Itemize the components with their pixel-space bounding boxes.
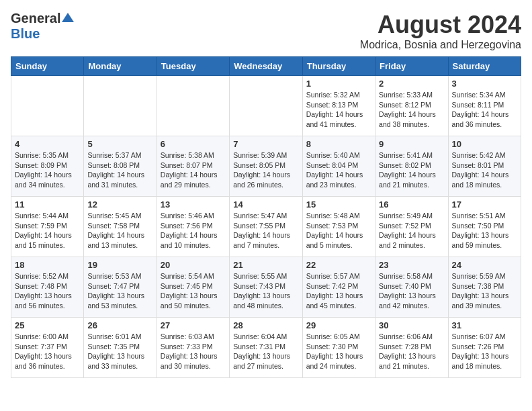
logo: General Blue	[11, 11, 74, 42]
calendar-week-row: 4Sunrise: 5:35 AM Sunset: 8:09 PM Daylig…	[11, 136, 521, 197]
calendar-cell: 23Sunrise: 5:58 AM Sunset: 7:40 PM Dayli…	[375, 257, 448, 318]
day-number: 12	[87, 199, 152, 210]
calendar-week-row: 1Sunrise: 5:32 AM Sunset: 8:13 PM Daylig…	[11, 76, 521, 136]
logo-blue-text: Blue	[11, 26, 40, 41]
calendar-cell: 15Sunrise: 5:48 AM Sunset: 7:53 PM Dayli…	[302, 197, 375, 257]
calendar-cell: 18Sunrise: 5:52 AM Sunset: 7:48 PM Dayli…	[11, 257, 84, 318]
day-number: 25	[15, 320, 80, 330]
day-info: Sunrise: 5:58 AM Sunset: 7:40 PM Dayligh…	[379, 271, 444, 311]
calendar-week-row: 25Sunrise: 6:00 AM Sunset: 7:37 PM Dayli…	[11, 318, 521, 378]
day-info: Sunrise: 5:47 AM Sunset: 7:55 PM Dayligh…	[233, 211, 298, 250]
calendar-cell: 10Sunrise: 5:42 AM Sunset: 8:01 PM Dayli…	[448, 136, 521, 197]
day-info: Sunrise: 5:48 AM Sunset: 7:53 PM Dayligh…	[306, 211, 371, 250]
day-number: 30	[379, 320, 444, 330]
logo-general-text: General	[11, 11, 60, 26]
day-info: Sunrise: 5:41 AM Sunset: 8:02 PM Dayligh…	[379, 150, 444, 190]
day-number: 13	[161, 199, 226, 210]
calendar-cell	[157, 76, 229, 136]
day-info: Sunrise: 5:46 AM Sunset: 7:56 PM Dayligh…	[161, 211, 226, 250]
day-number: 6	[161, 139, 226, 149]
calendar-cell	[11, 76, 84, 136]
calendar-cell: 5Sunrise: 5:37 AM Sunset: 8:08 PM Daylig…	[84, 136, 157, 197]
calendar-cell: 7Sunrise: 5:39 AM Sunset: 8:05 PM Daylig…	[230, 136, 302, 197]
calendar-cell: 8Sunrise: 5:40 AM Sunset: 8:04 PM Daylig…	[302, 136, 375, 197]
day-info: Sunrise: 5:32 AM Sunset: 8:13 PM Dayligh…	[306, 90, 371, 130]
weekday-header-wednesday: Wednesday	[230, 57, 302, 76]
calendar-cell: 25Sunrise: 6:00 AM Sunset: 7:37 PM Dayli…	[11, 318, 84, 378]
day-number: 19	[87, 260, 152, 270]
calendar-cell: 12Sunrise: 5:45 AM Sunset: 7:58 PM Dayli…	[84, 197, 157, 257]
logo-triangle-icon	[62, 11, 74, 24]
calendar-week-row: 18Sunrise: 5:52 AM Sunset: 7:48 PM Dayli…	[11, 257, 521, 318]
calendar-cell: 9Sunrise: 5:41 AM Sunset: 8:02 PM Daylig…	[375, 136, 448, 197]
calendar-cell: 3Sunrise: 5:34 AM Sunset: 8:11 PM Daylig…	[448, 76, 521, 136]
day-info: Sunrise: 6:06 AM Sunset: 7:28 PM Dayligh…	[379, 332, 444, 371]
day-info: Sunrise: 5:45 AM Sunset: 7:58 PM Dayligh…	[87, 211, 152, 250]
day-number: 24	[452, 260, 517, 270]
day-number: 8	[306, 139, 371, 149]
calendar-cell: 16Sunrise: 5:49 AM Sunset: 7:52 PM Dayli…	[375, 197, 448, 257]
day-number: 28	[233, 320, 298, 330]
calendar-cell: 31Sunrise: 6:07 AM Sunset: 7:26 PM Dayli…	[448, 318, 521, 378]
calendar-cell: 19Sunrise: 5:53 AM Sunset: 7:47 PM Dayli…	[84, 257, 157, 318]
day-number: 17	[452, 199, 517, 210]
day-number: 11	[15, 199, 80, 210]
weekday-header-row: SundayMondayTuesdayWednesdayThursdayFrid…	[11, 57, 521, 76]
weekday-header-tuesday: Tuesday	[157, 57, 229, 76]
calendar-cell: 17Sunrise: 5:51 AM Sunset: 7:50 PM Dayli…	[448, 197, 521, 257]
day-number: 31	[452, 320, 517, 330]
calendar-cell	[84, 76, 157, 136]
day-info: Sunrise: 5:53 AM Sunset: 7:47 PM Dayligh…	[87, 271, 152, 311]
day-number: 9	[379, 139, 444, 149]
calendar-table: SundayMondayTuesdayWednesdayThursdayFrid…	[11, 56, 521, 378]
calendar-cell: 30Sunrise: 6:06 AM Sunset: 7:28 PM Dayli…	[375, 318, 448, 378]
day-number: 18	[15, 260, 80, 270]
svg-marker-0	[62, 13, 74, 22]
calendar-week-row: 11Sunrise: 5:44 AM Sunset: 7:59 PM Dayli…	[11, 197, 521, 257]
weekday-header-friday: Friday	[375, 57, 448, 76]
title-block: August 2024 Modrica, Bosnia and Herzegov…	[360, 11, 521, 51]
day-info: Sunrise: 6:00 AM Sunset: 7:37 PM Dayligh…	[15, 332, 80, 371]
day-number: 5	[87, 139, 152, 149]
day-number: 27	[161, 320, 226, 330]
day-info: Sunrise: 5:52 AM Sunset: 7:48 PM Dayligh…	[15, 271, 80, 311]
day-info: Sunrise: 5:34 AM Sunset: 8:11 PM Dayligh…	[452, 90, 517, 130]
day-number: 4	[15, 139, 80, 149]
day-info: Sunrise: 5:55 AM Sunset: 7:43 PM Dayligh…	[233, 271, 298, 311]
day-number: 14	[233, 199, 298, 210]
calendar-cell: 2Sunrise: 5:33 AM Sunset: 8:12 PM Daylig…	[375, 76, 448, 136]
day-info: Sunrise: 5:40 AM Sunset: 8:04 PM Dayligh…	[306, 150, 371, 190]
day-number: 29	[306, 320, 371, 330]
weekday-header-monday: Monday	[84, 57, 157, 76]
calendar-cell: 21Sunrise: 5:55 AM Sunset: 7:43 PM Dayli…	[230, 257, 302, 318]
location-subtitle: Modrica, Bosnia and Herzegovina	[360, 39, 521, 51]
day-info: Sunrise: 5:33 AM Sunset: 8:12 PM Dayligh…	[379, 90, 444, 130]
weekday-header-sunday: Sunday	[11, 57, 84, 76]
calendar-cell: 14Sunrise: 5:47 AM Sunset: 7:55 PM Dayli…	[230, 197, 302, 257]
day-info: Sunrise: 5:39 AM Sunset: 8:05 PM Dayligh…	[233, 150, 298, 190]
day-number: 16	[379, 199, 444, 210]
day-info: Sunrise: 5:51 AM Sunset: 7:50 PM Dayligh…	[452, 211, 517, 250]
day-number: 7	[233, 139, 298, 149]
day-info: Sunrise: 5:57 AM Sunset: 7:42 PM Dayligh…	[306, 271, 371, 311]
day-number: 2	[379, 79, 444, 89]
day-number: 22	[306, 260, 371, 270]
calendar-cell: 13Sunrise: 5:46 AM Sunset: 7:56 PM Dayli…	[157, 197, 229, 257]
calendar-cell: 6Sunrise: 5:38 AM Sunset: 8:07 PM Daylig…	[157, 136, 229, 197]
weekday-header-thursday: Thursday	[302, 57, 375, 76]
day-info: Sunrise: 6:07 AM Sunset: 7:26 PM Dayligh…	[452, 332, 517, 371]
day-info: Sunrise: 6:03 AM Sunset: 7:33 PM Dayligh…	[161, 332, 226, 371]
month-year-title: August 2024	[360, 11, 521, 39]
calendar-cell: 28Sunrise: 6:04 AM Sunset: 7:31 PM Dayli…	[230, 318, 302, 378]
calendar-cell: 26Sunrise: 6:01 AM Sunset: 7:35 PM Dayli…	[84, 318, 157, 378]
day-info: Sunrise: 5:49 AM Sunset: 7:52 PM Dayligh…	[379, 211, 444, 250]
day-info: Sunrise: 5:38 AM Sunset: 8:07 PM Dayligh…	[161, 150, 226, 190]
calendar-cell: 22Sunrise: 5:57 AM Sunset: 7:42 PM Dayli…	[302, 257, 375, 318]
day-number: 26	[87, 320, 152, 330]
day-number: 3	[452, 79, 517, 89]
day-number: 23	[379, 260, 444, 270]
day-info: Sunrise: 5:54 AM Sunset: 7:45 PM Dayligh…	[161, 271, 226, 311]
day-info: Sunrise: 6:04 AM Sunset: 7:31 PM Dayligh…	[233, 332, 298, 371]
weekday-header-saturday: Saturday	[448, 57, 521, 76]
day-info: Sunrise: 5:35 AM Sunset: 8:09 PM Dayligh…	[15, 150, 80, 190]
